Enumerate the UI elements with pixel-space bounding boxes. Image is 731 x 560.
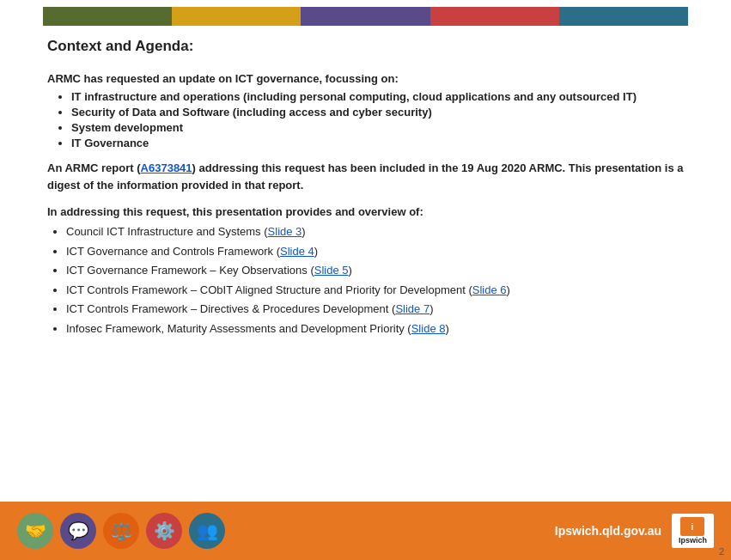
- footer-url: Ipswich.qld.gov.au: [555, 524, 661, 538]
- list-item: ICT Controls Framework – CObIT Aligned S…: [66, 282, 684, 299]
- list-item: Council ICT Infrastructure and Systems (…: [66, 223, 684, 240]
- bar-segment-3: [301, 7, 429, 26]
- list-item: Infosec Framework, Maturity Assessments …: [66, 320, 684, 338]
- item-text-before: Council ICT Infrastructure and Systems (: [66, 225, 268, 238]
- list-item: IT infrastructure and operations (includ…: [71, 90, 684, 103]
- overview-intro: In addressing this request, this present…: [47, 205, 684, 218]
- list-item: IT Governance: [71, 137, 684, 149]
- logo-text: Ipswich: [679, 536, 707, 545]
- footer-right: Ipswich.qld.gov.au i Ipswich: [555, 514, 714, 548]
- svg-text:i: i: [691, 522, 694, 532]
- list-item: ICT Governance and Controls Framework (S…: [66, 243, 684, 260]
- footer: 🤝 💬 ⚖️ ⚙️ 👥 Ipswich.qld.gov.au i Ipswich: [0, 502, 731, 560]
- bar-segment-1: [43, 7, 172, 26]
- item-text-after: ): [349, 264, 352, 277]
- ipswich-logo-icon: i: [680, 517, 704, 536]
- people-icon: 👥: [189, 513, 225, 549]
- item-text-before: ICT Controls Framework – CObIT Aligned S…: [66, 283, 472, 296]
- item-text-after: ): [507, 283, 510, 296]
- item-text-before: ICT Governance and Controls Framework (: [66, 245, 280, 258]
- list-item: ICT Governance Framework – Key Observati…: [66, 262, 684, 279]
- list-item: Security of Data and Software (including…: [71, 106, 684, 119]
- chat-icon: 💬: [60, 513, 96, 549]
- scales-icon: ⚖️: [103, 513, 139, 549]
- slide5-link[interactable]: Slide 5: [314, 264, 349, 277]
- armc-report-paragraph: An ARMC report (A6373841) addressing thi…: [47, 160, 684, 193]
- list-item: System development: [71, 121, 684, 134]
- report-text-before: An ARMC report (: [47, 161, 141, 174]
- top-color-bar: [43, 7, 688, 26]
- main-content: Context and Agenda: ARMC has requested a…: [0, 26, 731, 352]
- slide3-link[interactable]: Slide 3: [268, 225, 302, 238]
- item-text-before: ICT Governance Framework – Key Observati…: [66, 264, 314, 277]
- item-text-after: ): [314, 245, 318, 258]
- intro-text: ARMC has requested an update on ICT gove…: [47, 72, 684, 85]
- footer-logo: i Ipswich: [672, 514, 714, 548]
- item-text-after: ): [445, 322, 448, 335]
- list-item: ICT Controls Framework – Directives & Pr…: [66, 301, 684, 318]
- slide6-link[interactable]: Slide 6: [472, 283, 507, 296]
- report-link[interactable]: A6373841: [141, 161, 192, 174]
- slide4-link[interactable]: Slide 4: [280, 245, 314, 258]
- bar-segment-5: [559, 7, 688, 26]
- page-number: 2: [719, 546, 724, 557]
- slide7-link[interactable]: Slide 7: [395, 302, 429, 315]
- page-title: Context and Agenda:: [47, 38, 684, 55]
- item-text-before: Infosec Framework, Maturity Assessments …: [66, 322, 411, 335]
- bar-segment-4: [430, 7, 559, 26]
- item-text-after: ): [429, 302, 433, 315]
- item-text-before: ICT Controls Framework – Directives & Pr…: [66, 302, 395, 315]
- overview-bullet-list: Council ICT Infrastructure and Systems (…: [66, 223, 684, 337]
- handshake-icon: 🤝: [17, 513, 53, 549]
- bar-segment-2: [172, 7, 301, 26]
- slide8-link[interactable]: Slide 8: [411, 322, 446, 335]
- item-text-after: ): [302, 225, 305, 238]
- bold-bullet-list: IT infrastructure and operations (includ…: [71, 90, 684, 149]
- gear-icon: ⚙️: [146, 513, 182, 549]
- footer-icons: 🤝 💬 ⚖️ ⚙️ 👥: [17, 513, 225, 549]
